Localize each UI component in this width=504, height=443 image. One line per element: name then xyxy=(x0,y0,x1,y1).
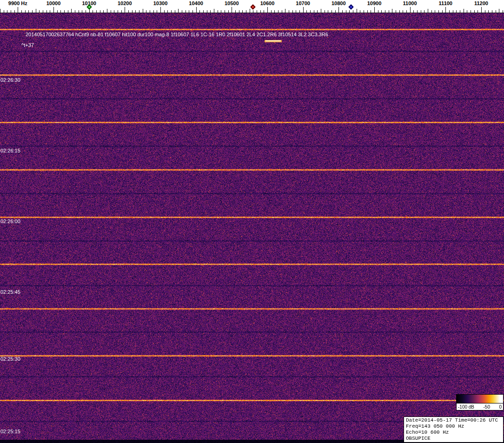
freq-tick xyxy=(11,10,11,13)
freq-tick xyxy=(171,10,172,13)
freq-tick xyxy=(64,10,65,13)
freq-tick xyxy=(364,10,364,13)
freq-tick xyxy=(496,10,496,13)
freq-tick xyxy=(125,7,125,13)
freq-tick xyxy=(103,10,104,13)
freq-tick xyxy=(199,10,200,13)
freq-tick xyxy=(178,9,179,13)
freq-tick xyxy=(424,10,424,13)
freq-tick xyxy=(449,10,450,13)
freq-tick xyxy=(353,10,353,13)
freq-tick xyxy=(50,10,50,13)
freq-tick xyxy=(60,10,61,13)
freq-tick-label: 11200 xyxy=(474,0,488,6)
freq-tick xyxy=(128,10,129,13)
freq-tick xyxy=(485,10,485,13)
freq-tick xyxy=(403,10,403,13)
freq-tick xyxy=(413,10,414,13)
freq-tick xyxy=(399,10,400,13)
freq-tick xyxy=(239,10,239,13)
freq-tick xyxy=(203,10,204,13)
freq-tick xyxy=(360,10,360,13)
freq-tick xyxy=(153,10,154,13)
freq-tick xyxy=(4,10,4,13)
frequency-ruler[interactable]: 9900 Hz100001010010200103001040010500106… xyxy=(0,0,504,13)
freq-tick xyxy=(481,7,482,13)
freq-tick xyxy=(289,10,289,13)
freq-tick xyxy=(218,10,218,13)
freq-tick xyxy=(274,10,275,13)
freq-tick xyxy=(417,10,418,13)
freq-tick xyxy=(467,10,467,13)
freq-tick xyxy=(306,10,307,13)
freq-tick xyxy=(338,7,339,13)
freq-tick xyxy=(242,10,243,13)
freq-tick xyxy=(0,9,0,13)
freq-tick xyxy=(75,10,75,13)
freq-tick xyxy=(456,10,457,13)
freq-tick xyxy=(445,7,446,13)
freq-tick xyxy=(271,10,272,13)
freq-tick xyxy=(79,10,79,13)
freq-tick xyxy=(453,10,453,13)
freq-tick xyxy=(421,10,421,13)
freq-tick xyxy=(164,10,165,13)
freq-tick xyxy=(14,10,15,13)
freq-tick-label: 11100 xyxy=(439,0,452,6)
freq-tick xyxy=(435,10,435,13)
freq-tick xyxy=(317,10,318,13)
freq-tick xyxy=(253,10,253,13)
freq-tick xyxy=(278,10,279,13)
freq-tick xyxy=(410,7,411,13)
freq-tick xyxy=(57,10,58,13)
freq-tick xyxy=(46,10,47,13)
freq-tick xyxy=(53,7,54,13)
waterfall-display[interactable] xyxy=(0,13,504,443)
freq-tick xyxy=(86,10,86,13)
freq-tick xyxy=(192,10,193,13)
freq-tick xyxy=(257,10,257,13)
freq-tick-label: 10700 xyxy=(296,0,310,6)
red-diamond-marker[interactable] xyxy=(251,4,256,9)
freq-tick xyxy=(235,10,236,13)
freq-tick xyxy=(225,10,225,13)
freq-tick xyxy=(292,10,293,13)
spectrogram-app-screen: 9900 Hz100001010010200103001040010500106… xyxy=(0,0,504,443)
freq-tick xyxy=(464,9,464,13)
freq-tick xyxy=(492,10,492,13)
freq-tick xyxy=(189,10,189,13)
freq-tick xyxy=(93,10,93,13)
freq-tick xyxy=(21,10,22,13)
freq-tick xyxy=(96,10,97,13)
freq-tick xyxy=(460,10,460,13)
freq-tick xyxy=(406,10,407,13)
freq-tick xyxy=(82,10,82,13)
freq-tick xyxy=(114,10,114,13)
freq-tick xyxy=(314,10,314,13)
freq-tick xyxy=(39,10,40,13)
freq-tick-label: 10400 xyxy=(189,0,203,6)
blue-diamond-marker[interactable] xyxy=(348,4,353,9)
freq-tick-label: 10500 xyxy=(225,0,239,6)
freq-tick xyxy=(378,10,378,13)
freq-tick xyxy=(28,10,29,13)
freq-tick xyxy=(221,10,221,13)
freq-tick xyxy=(7,10,7,13)
freq-tick xyxy=(100,10,100,13)
freq-tick xyxy=(282,10,282,13)
freq-tick xyxy=(335,10,336,13)
freq-tick-label: 11000 xyxy=(403,0,417,6)
freq-tick xyxy=(210,10,211,13)
freq-tick xyxy=(107,9,107,13)
freq-tick xyxy=(186,10,186,13)
freq-tick-label: 10300 xyxy=(153,0,168,6)
freq-tick xyxy=(157,10,157,13)
freq-tick xyxy=(477,10,478,13)
freq-tick xyxy=(118,10,118,13)
freq-tick xyxy=(385,10,385,13)
freq-tick xyxy=(139,10,139,13)
freq-tick xyxy=(349,10,350,13)
freq-tick xyxy=(167,10,168,13)
freq-tick xyxy=(488,10,489,13)
freq-tick xyxy=(111,10,111,13)
